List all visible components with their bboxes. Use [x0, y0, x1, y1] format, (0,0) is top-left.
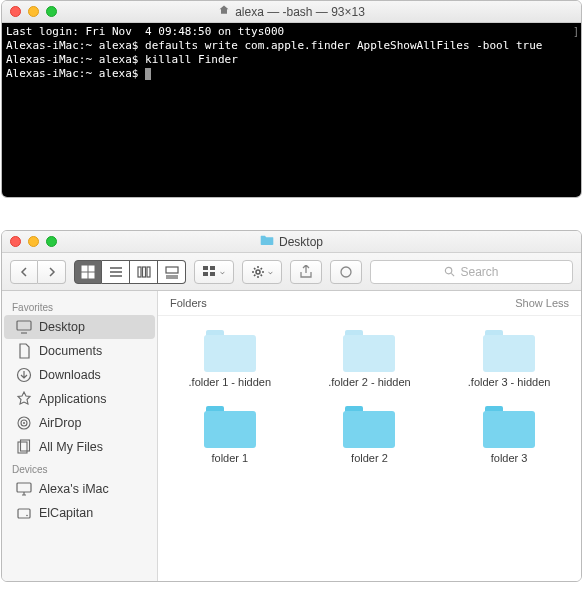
allfiles-icon	[16, 439, 32, 455]
folder-icon	[340, 328, 398, 374]
finder-window: Desktop ⌵	[1, 230, 582, 582]
svg-rect-7	[138, 267, 141, 277]
finder-body: Favorites Desktop Documents Downloads Ap…	[2, 291, 581, 581]
action-dropdown[interactable]: ⌵	[242, 260, 282, 284]
cursor	[145, 68, 151, 80]
home-icon	[218, 4, 230, 19]
show-less-button[interactable]: Show Less	[515, 297, 569, 309]
sidebar-item-documents[interactable]: Documents	[2, 339, 157, 363]
folder-label: folder 1	[211, 452, 248, 464]
sidebar-item-allfiles[interactable]: All My Files	[2, 435, 157, 459]
sidebar-item-label: All My Files	[39, 440, 103, 454]
folder-icon	[480, 404, 538, 450]
folder-icon	[340, 404, 398, 450]
sidebar-item-desktop[interactable]: Desktop	[4, 315, 155, 339]
terminal-title: alexa — -bash — 93×13	[2, 4, 581, 19]
sidebar-item-downloads[interactable]: Downloads	[2, 363, 157, 387]
view-gallery-button[interactable]	[158, 260, 186, 284]
svg-point-18	[341, 267, 351, 277]
view-mode-segment	[74, 260, 186, 284]
sidebar-item-label: Applications	[39, 392, 106, 406]
disk-icon	[16, 505, 32, 521]
folder-grid: .folder 1 - hidden .folder 2 - hidden .f…	[158, 316, 581, 480]
grid-icon	[81, 265, 95, 279]
sidebar-heading-favorites: Favorites	[2, 297, 157, 315]
chevron-down-icon: ⌵	[220, 267, 225, 276]
terminal-body[interactable]: ]Last login: Fri Nov 4 09:48:50 on ttys0…	[2, 23, 581, 197]
terminal-titlebar[interactable]: alexa — -bash — 93×13	[2, 1, 581, 23]
folder-item[interactable]: .folder 1 - hidden	[160, 322, 300, 398]
svg-point-19	[446, 267, 452, 273]
terminal-line: Alexas-iMac:~ alexa$	[6, 67, 145, 80]
gear-icon	[251, 265, 265, 279]
svg-rect-3	[89, 273, 94, 278]
svg-point-31	[26, 515, 28, 517]
folder-icon	[201, 404, 259, 450]
svg-rect-0	[82, 266, 87, 271]
folder-label: .folder 2 - hidden	[328, 376, 411, 388]
section-title: Folders	[170, 297, 207, 309]
folder-item[interactable]: .folder 3 - hidden	[439, 322, 579, 398]
sidebar-item-label: Alexa's iMac	[39, 482, 109, 496]
arrange-icon	[203, 266, 217, 278]
view-columns-button[interactable]	[130, 260, 158, 284]
folder-item[interactable]: .folder 2 - hidden	[300, 322, 440, 398]
svg-rect-13	[203, 266, 208, 270]
sidebar-item-disk[interactable]: ElCapitan	[2, 501, 157, 525]
sidebar-item-label: Documents	[39, 344, 102, 358]
svg-rect-2	[82, 273, 87, 278]
finder-title: Desktop	[2, 234, 581, 249]
svg-rect-30	[18, 509, 30, 518]
sidebar-item-label: AirDrop	[39, 416, 81, 430]
view-icons-button[interactable]	[74, 260, 102, 284]
back-button[interactable]	[10, 260, 38, 284]
share-button[interactable]	[290, 260, 322, 284]
tag-icon	[340, 266, 352, 278]
finder-titlebar[interactable]: Desktop	[2, 231, 581, 253]
folder-item[interactable]: folder 1	[160, 398, 300, 474]
documents-icon	[16, 343, 32, 359]
search-placeholder: Search	[460, 265, 498, 279]
svg-point-26	[23, 422, 25, 424]
terminal-window: alexa — -bash — 93×13 ]Last login: Fri N…	[1, 0, 582, 198]
arrange-dropdown[interactable]: ⌵	[194, 260, 234, 284]
tags-button[interactable]	[330, 260, 362, 284]
folder-item[interactable]: folder 2	[300, 398, 440, 474]
coverflow-icon	[165, 265, 179, 279]
forward-button[interactable]	[38, 260, 66, 284]
content-area: Folders Show Less .folder 1 - hidden .fo…	[158, 291, 581, 581]
svg-line-20	[452, 273, 455, 276]
folder-label: .folder 1 - hidden	[189, 376, 272, 388]
sidebar-item-airdrop[interactable]: AirDrop	[2, 411, 157, 435]
svg-rect-21	[17, 321, 31, 330]
terminal-line: Last login: Fri Nov 4 09:48:50 on ttys00…	[6, 25, 284, 38]
scroll-indicator: ]	[573, 25, 579, 39]
sidebar-item-imac[interactable]: Alexa's iMac	[2, 477, 157, 501]
finder-toolbar: ⌵ ⌵ Search	[2, 253, 581, 291]
airdrop-icon	[16, 415, 32, 431]
share-icon	[300, 265, 312, 279]
chevron-left-icon	[19, 267, 29, 277]
svg-rect-9	[147, 267, 150, 277]
svg-rect-29	[17, 483, 31, 492]
svg-rect-16	[210, 272, 215, 276]
sidebar-item-applications[interactable]: Applications	[2, 387, 157, 411]
desktop-icon	[16, 319, 32, 335]
folder-item[interactable]: folder 3	[439, 398, 579, 474]
sidebar-item-label: ElCapitan	[39, 506, 93, 520]
sidebar: Favorites Desktop Documents Downloads Ap…	[2, 291, 158, 581]
terminal-title-text: alexa — -bash — 93×13	[235, 5, 365, 19]
content-header: Folders Show Less	[158, 291, 581, 316]
search-field[interactable]: Search	[370, 260, 573, 284]
chevron-down-icon: ⌵	[268, 267, 273, 276]
sidebar-item-label: Desktop	[39, 320, 85, 334]
view-list-button[interactable]	[102, 260, 130, 284]
terminal-line: Alexas-iMac:~ alexa$ defaults write com.…	[6, 39, 542, 52]
svg-rect-15	[203, 272, 208, 276]
downloads-icon	[16, 367, 32, 383]
svg-point-17	[256, 270, 260, 274]
svg-rect-14	[210, 266, 215, 270]
search-icon	[444, 266, 455, 277]
sidebar-item-label: Downloads	[39, 368, 101, 382]
terminal-line: Alexas-iMac:~ alexa$ killall Finder	[6, 53, 238, 66]
